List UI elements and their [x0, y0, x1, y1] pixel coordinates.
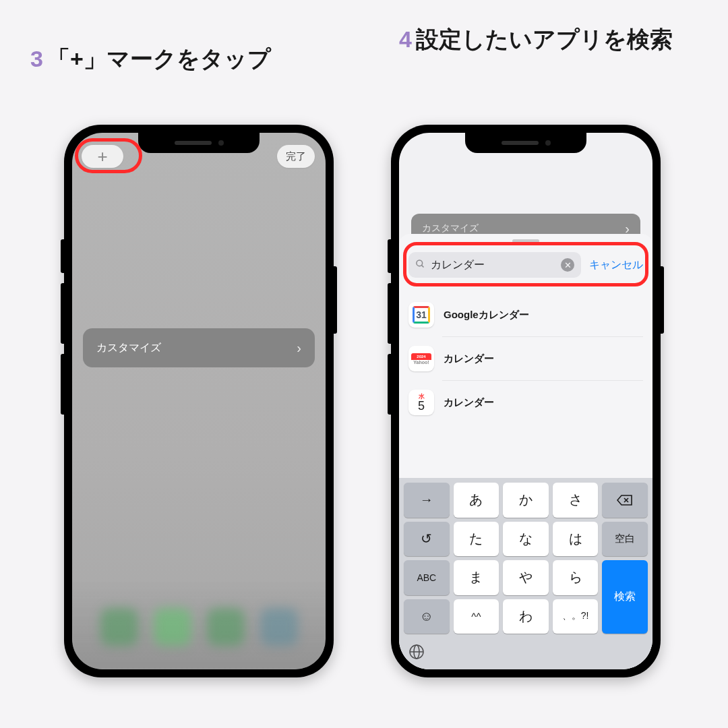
- phone-frame-left: + 完了 カスタマイズ ›: [64, 125, 334, 677]
- step-number: 4: [399, 26, 412, 52]
- key-kaomoji[interactable]: ^^: [454, 599, 499, 634]
- screen-widget-edit: + 完了 カスタマイズ ›: [72, 133, 326, 669]
- customize-label: カスタマイズ: [96, 341, 161, 355]
- chevron-right-icon: ›: [297, 340, 301, 356]
- clear-search-button[interactable]: ✕: [561, 258, 574, 272]
- key-abc[interactable]: ABC: [404, 560, 450, 595]
- dock-app-icon: [207, 608, 245, 646]
- svg-line-1: [421, 265, 423, 267]
- result-label: カレンダー: [444, 353, 494, 365]
- result-item-google-calendar[interactable]: 31 Googleカレンダー: [408, 293, 643, 336]
- result-label: Googleカレンダー: [444, 309, 529, 322]
- add-widget-button[interactable]: +: [82, 145, 123, 168]
- key-ya[interactable]: や: [503, 560, 549, 595]
- google-calendar-icon: 31: [408, 302, 434, 328]
- key-ma[interactable]: ま: [454, 560, 499, 595]
- notch: [465, 133, 586, 153]
- screen-widget-search: カスタマイズ › カレンダー ✕ キャンセル 31: [399, 133, 653, 669]
- step-number: 3: [30, 46, 43, 71]
- search-value: カレンダー: [431, 258, 555, 272]
- key-sa[interactable]: さ: [553, 483, 599, 518]
- instruction-4: 4設定したいアプリを検索: [367, 24, 704, 56]
- dock-app-icon: [260, 608, 298, 646]
- key-ra[interactable]: ら: [553, 560, 599, 595]
- key-ka[interactable]: か: [503, 483, 549, 518]
- dock-app-icon: [154, 608, 191, 646]
- plus-icon: +: [97, 146, 107, 167]
- search-input[interactable]: カレンダー ✕: [408, 252, 581, 278]
- instruction-3: 3「+」マークをタップ: [30, 44, 271, 75]
- key-backspace[interactable]: [602, 483, 648, 518]
- done-button[interactable]: 完了: [277, 145, 315, 168]
- result-item-apple-calendar[interactable]: 水 5 カレンダー: [408, 381, 643, 424]
- sheet-grabber[interactable]: [512, 239, 539, 243]
- key-a[interactable]: あ: [454, 483, 499, 518]
- key-emoji[interactable]: ☺: [404, 599, 450, 634]
- key-search[interactable]: 検索: [602, 560, 648, 634]
- key-undo[interactable]: ↺: [404, 522, 450, 557]
- cancel-button[interactable]: キャンセル: [589, 258, 643, 272]
- key-ha[interactable]: は: [553, 522, 599, 557]
- search-sheet: カレンダー ✕ キャンセル 31 Googleカレンダー 2024 Yahoo!: [399, 234, 653, 669]
- key-wa[interactable]: わ: [503, 599, 549, 634]
- keyboard-bottom-bar: [399, 638, 653, 669]
- svg-point-0: [417, 260, 423, 266]
- key-next-candidate[interactable]: →: [404, 483, 450, 518]
- apple-calendar-icon: 水 5: [408, 390, 434, 415]
- customize-row[interactable]: カスタマイズ ›: [83, 328, 315, 367]
- yahoo-calendar-icon: 2024 Yahoo!: [408, 346, 434, 371]
- phone-frame-right: カスタマイズ › カレンダー ✕ キャンセル 31: [391, 125, 661, 677]
- step-text: 設定したいアプリを検索: [416, 26, 673, 52]
- dock: [72, 608, 326, 646]
- search-icon: [415, 259, 425, 272]
- globe-icon[interactable]: [408, 644, 425, 664]
- search-row: カレンダー ✕ キャンセル: [408, 251, 643, 278]
- result-item-yahoo-calendar[interactable]: 2024 Yahoo! カレンダー: [408, 337, 643, 380]
- keyboard: → あ か さ ↺ た な は 空白 ABC ま や ら 検索: [399, 478, 653, 669]
- key-space[interactable]: 空白: [602, 522, 648, 557]
- result-label: カレンダー: [444, 396, 494, 409]
- key-punctuation[interactable]: 、。?!: [553, 599, 599, 634]
- search-results: 31 Googleカレンダー 2024 Yahoo! カレンダー 水: [408, 293, 643, 424]
- key-ta[interactable]: た: [454, 522, 499, 557]
- step-text: 「+」マークをタップ: [47, 46, 271, 71]
- notch: [138, 133, 260, 153]
- key-na[interactable]: な: [503, 522, 549, 557]
- dock-app-icon: [100, 608, 138, 646]
